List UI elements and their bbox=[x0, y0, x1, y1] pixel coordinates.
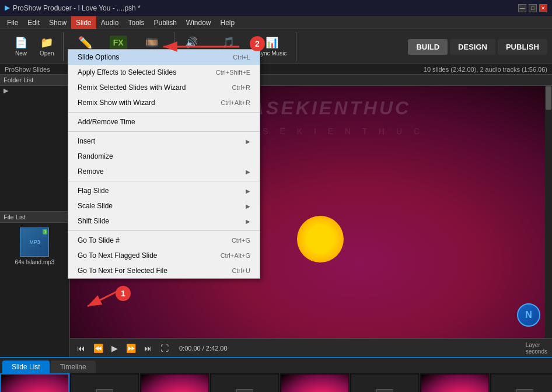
dropdown-item-label-remix-selected: Remix Selected Slides with Wizard bbox=[78, 83, 223, 92]
slide-thumb-6: Ab bbox=[350, 373, 420, 392]
menu-help[interactable]: Help bbox=[216, 16, 240, 29]
dropdown-remix-show[interactable]: Remix Show with Wizard Ctrl+Alt+R bbox=[68, 95, 260, 110]
slide-thumb-bg-3 bbox=[141, 374, 208, 392]
proshow-label: ProShow Slides bbox=[5, 66, 50, 73]
dropdown-item-label-go-next-flagged: Go To Next Flagged Slide bbox=[78, 251, 211, 260]
menu-tools[interactable]: Tools bbox=[123, 16, 149, 29]
dropdown-item-label-scale-slide: Scale Slide bbox=[78, 202, 246, 210]
dropdown-shortcut-go-next-selected: Ctrl+U bbox=[232, 267, 250, 274]
slide-dropdown-menu: Slide Options Ctrl+L Apply Effects to Se… bbox=[68, 49, 260, 279]
slide-item-2[interactable]: Ab 3.0 ▶ 2 1.0 bbox=[70, 373, 140, 392]
dropdown-item-label-remix-show: Remix Show with Wizard bbox=[78, 99, 211, 107]
dropdown-insert[interactable]: Insert bbox=[68, 134, 260, 149]
dropdown-go-next-flagged[interactable]: Go To Next Flagged Slide Ctrl+Alt+G bbox=[68, 248, 260, 263]
slide-item-6[interactable]: Ab ▶ bbox=[350, 373, 420, 392]
title-bar: ▶ ProShow Producer - I Love You - ....ps… bbox=[0, 0, 552, 16]
close-button[interactable]: ✕ bbox=[539, 4, 547, 12]
app-logo: ▶ bbox=[5, 4, 9, 12]
title-bar-left: ▶ ProShow Producer - I Love You - ....ps… bbox=[5, 4, 141, 12]
slide-item-8[interactable]: Ab ▶ bbox=[490, 373, 552, 392]
edit-slide-icon: ✏️ bbox=[78, 36, 93, 50]
slide-thumb-bg-7 bbox=[421, 374, 488, 392]
new-icon: 📄 bbox=[15, 36, 27, 49]
mode-buttons: BUILD DESIGN PUBLISH bbox=[408, 29, 547, 64]
dropdown-item-label-shift-slide: Shift Slide bbox=[78, 217, 246, 225]
slide-thumb-7: 3.0 bbox=[420, 373, 490, 392]
music-library-icon: 🎵 bbox=[222, 36, 235, 49]
dropdown-shortcut-go-to-slide: Ctrl+G bbox=[232, 237, 250, 244]
next-frame-button[interactable]: ⏩ bbox=[124, 342, 138, 354]
menu-audio[interactable]: Audio bbox=[96, 16, 124, 29]
dropdown-item-label-remove: Remove bbox=[78, 167, 246, 176]
dropdown-slide-options[interactable]: Slide Options Ctrl+L bbox=[68, 50, 260, 65]
preview-flower-center bbox=[297, 216, 344, 262]
dropdown-remix-selected[interactable]: Remix Selected Slides with Wizard Ctrl+R bbox=[68, 80, 260, 95]
file-item-mp3[interactable]: MP3 1 64s Island.mp3 bbox=[15, 228, 55, 265]
dropdown-shift-slide[interactable]: Shift Slide bbox=[68, 214, 260, 229]
slide-item-7[interactable]: 3.0 ▶ bbox=[420, 373, 490, 392]
file-badge: 1 bbox=[43, 229, 47, 235]
folder-name bbox=[11, 88, 12, 94]
slide-item-5[interactable]: N ▶ 5 1.0 bbox=[280, 373, 350, 392]
dropdown-go-to-slide[interactable]: Go To Slide # Ctrl+G bbox=[68, 233, 260, 248]
slide-thumb-bg-4: Ab bbox=[211, 374, 278, 392]
slide-list-area: N ▶ 1 1.0 Ab 3.0 ▶ bbox=[0, 373, 552, 392]
menu-window[interactable]: Window bbox=[181, 16, 216, 29]
dropdown-separator-1 bbox=[68, 112, 260, 113]
new-button[interactable]: 📄 New bbox=[9, 34, 33, 59]
dropdown-separator-2 bbox=[68, 131, 260, 132]
dropdown-shortcut-apply-effects: Ctrl+Shift+E bbox=[216, 69, 250, 76]
menu-publish[interactable]: Publish bbox=[149, 16, 181, 29]
menu-slide[interactable]: Slide bbox=[71, 16, 96, 29]
fx-icon: FX bbox=[110, 36, 127, 50]
minimize-button[interactable]: — bbox=[518, 4, 526, 12]
title-bar-controls: — □ ✕ bbox=[518, 4, 547, 12]
file-content: MP3 1 64s Island.mp3 bbox=[0, 223, 69, 358]
dropdown-separator-4 bbox=[68, 230, 260, 231]
dropdown-shortcut-remix-selected: Ctrl+R bbox=[232, 84, 250, 91]
dropdown-remove[interactable]: Remove bbox=[68, 164, 260, 179]
tab-slide-list[interactable]: Slide List bbox=[2, 360, 50, 373]
slide-item-3[interactable]: 5.0 ▶ 3 10.0 bbox=[140, 373, 210, 392]
dropdown-item-label-add-remove-time: Add/Remove Time bbox=[78, 118, 241, 126]
slide-thumb-bg-1 bbox=[1, 374, 68, 392]
file-list-label: File List bbox=[0, 211, 69, 223]
dropdown-apply-effects[interactable]: Apply Effects to Selected Slides Ctrl+Sh… bbox=[68, 65, 260, 80]
menu-file[interactable]: File bbox=[2, 16, 23, 29]
folder-item[interactable]: ▶ bbox=[0, 86, 69, 96]
preview-scrollbar[interactable] bbox=[545, 86, 552, 338]
scroll-thumb[interactable] bbox=[546, 86, 551, 110]
dropdown-item-label-go-next-selected: Go To Next For Selected File bbox=[78, 267, 223, 275]
tab-timeline[interactable]: Timeline bbox=[51, 360, 96, 373]
menu-edit[interactable]: Edit bbox=[23, 16, 44, 29]
play-button[interactable]: ▶ bbox=[109, 342, 120, 354]
slide-item-1[interactable]: N ▶ 1 1.0 bbox=[0, 373, 70, 392]
dropdown-add-remove-time[interactable]: Add/Remove Time bbox=[68, 114, 260, 130]
slide-item-4[interactable]: Ab 15.0 ▶ 4 1.0 bbox=[210, 373, 280, 392]
build-button[interactable]: BUILD bbox=[408, 39, 448, 55]
menu-show[interactable]: Show bbox=[44, 16, 71, 29]
fullscreen-button[interactable]: ⛶ bbox=[158, 342, 171, 354]
publish-button[interactable]: PUBLISH bbox=[498, 39, 547, 55]
dropdown-scale-slide[interactable]: Scale Slide bbox=[68, 198, 260, 214]
dropdown-item-label-insert: Insert bbox=[78, 137, 246, 145]
dropdown-randomize[interactable]: Randomize bbox=[68, 149, 260, 164]
dropdown-shortcut-remix-show: Ctrl+Alt+R bbox=[221, 99, 250, 106]
slide-thumb-bg-6: Ab bbox=[351, 374, 418, 392]
maximize-button[interactable]: □ bbox=[529, 4, 537, 12]
prev-frame-button[interactable]: ⏪ bbox=[91, 342, 106, 354]
dropdown-shortcut-slide-options: Ctrl+L bbox=[233, 54, 250, 61]
open-icon: 📁 bbox=[40, 36, 53, 49]
dropdown-flag-slide[interactable]: Flag Slide bbox=[68, 183, 260, 198]
dropdown-item-label-flag-slide: Flag Slide bbox=[78, 187, 246, 195]
layer-info: Layer seconds bbox=[526, 342, 547, 355]
go-end-button[interactable]: ⏭ bbox=[142, 342, 155, 354]
dropdown-go-next-selected[interactable]: Go To Next For Selected File Ctrl+U bbox=[68, 263, 260, 278]
time-display: 0:00.00 / 2:42.00 bbox=[179, 345, 228, 352]
open-button[interactable]: 📁 Open bbox=[35, 34, 58, 59]
folder-list-label: Folder List bbox=[0, 75, 69, 86]
go-start-button[interactable]: ⏮ bbox=[75, 342, 88, 354]
dropdown-shortcut-go-next-flagged: Ctrl+Alt+G bbox=[221, 252, 250, 259]
preview-logo: N bbox=[517, 303, 540, 327]
design-button[interactable]: DESIGN bbox=[450, 39, 495, 55]
